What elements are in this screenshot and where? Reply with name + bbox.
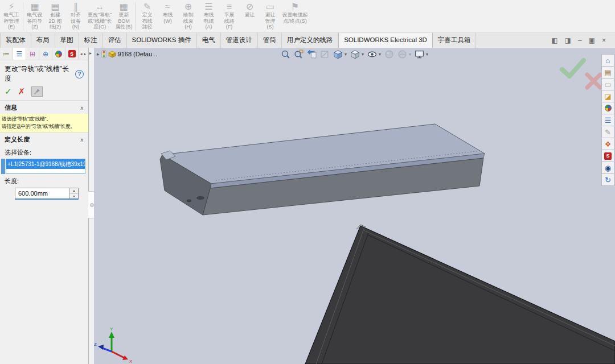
panel-flyout-arrow-icon[interactable]: ▸: [89, 51, 92, 56]
ribbon-button-define-routing-path[interactable]: ✎定义布线路径: [137, 1, 157, 32]
hide-show-items-icon[interactable]: [367, 49, 377, 59]
dimxpert-manager-tab[interactable]: ⊕: [39, 48, 52, 60]
length-input[interactable]: 600.00mm: [15, 188, 69, 198]
stepper-down-icon[interactable]: ▼: [70, 194, 78, 199]
apply-scene-icon[interactable]: [397, 49, 407, 59]
ribbon-button-avoid[interactable]: ⊘避让: [239, 1, 260, 32]
minimize-icon[interactable]: –: [578, 37, 582, 44]
tab-装配体[interactable]: 装配体: [0, 33, 31, 48]
section-view-icon[interactable]: [320, 49, 330, 59]
task-pane-community-button[interactable]: ❖: [601, 138, 614, 150]
ribbon-button-flatten-route[interactable]: ≡平展线路(F): [219, 1, 239, 32]
ribbon-button-align-components[interactable]: ∥对齐设备(N): [65, 1, 86, 32]
task-pane-electrical-manager-button[interactable]: S: [601, 150, 614, 162]
pin-button[interactable]: [31, 86, 43, 97]
electrical-manager-tab[interactable]: S: [65, 48, 79, 60]
display-manager-tab[interactable]: [52, 48, 65, 60]
tab-布局[interactable]: 布局: [31, 33, 55, 48]
close-icon[interactable]: ×: [602, 37, 606, 44]
info-section-header[interactable]: 信息 ∧: [0, 101, 88, 114]
dropdown-caret-icon[interactable]: ▾: [362, 52, 364, 57]
define-length-section-header[interactable]: 定义长度 ∧: [0, 133, 88, 146]
task-pane-globe-button[interactable]: ◉: [601, 162, 614, 174]
model-canvas[interactable]: Y X Z: [94, 48, 615, 364]
ribbon-button-avoid-manager[interactable]: ▭避让管理(S): [260, 1, 280, 32]
cable-tray-model[interactable]: [160, 124, 485, 215]
task-pane-refresh-button[interactable]: ↻: [601, 173, 614, 186]
confirm-cancel-icon[interactable]: [587, 75, 600, 88]
assembly-icon: [108, 51, 116, 58]
stepper-up-icon[interactable]: ▲: [70, 188, 78, 194]
task-pane-file-explorer-button[interactable]: ▭: [601, 78, 614, 90]
tab-评估[interactable]: 评估: [103, 33, 127, 48]
feature-manager-tab[interactable]: ≔: [0, 48, 13, 60]
task-pane-hand-tool-button[interactable]: ✎: [601, 126, 614, 138]
task-pane-custom-properties-button[interactable]: ☰: [601, 114, 614, 126]
pane-toggle-left-icon[interactable]: ◧: [551, 37, 557, 44]
selected-device-item[interactable]: +L1|25731-1@9168/线槽39x19-: [6, 159, 85, 169]
display-style-icon[interactable]: [350, 49, 360, 59]
change-rail-duct-length-icon: ↔: [95, 2, 104, 12]
task-pane-home-button[interactable]: ⌂: [601, 54, 614, 67]
task-pane-view-palette-button[interactable]: ◪: [601, 90, 614, 102]
tab-标注[interactable]: 标注: [79, 33, 103, 48]
ribbon-button-label: 线路: [224, 18, 234, 24]
flatten-route-icon: ≡: [227, 2, 232, 12]
create-2d-drawing-icon: ▤: [51, 2, 59, 12]
view-orientation-icon[interactable]: [333, 49, 343, 59]
refresh-icon: ↻: [605, 176, 611, 184]
collapse-chevron-icon: ∧: [80, 137, 84, 143]
tab-管筒[interactable]: 管筒: [258, 33, 282, 48]
tab-SOLIDWORKS 插件[interactable]: SOLIDWORKS 插件: [127, 33, 197, 48]
ribbon-button-set-cable-endpoints[interactable]: ⚑设置电缆起点/终点(S): [280, 1, 309, 32]
triad-y-label: Y: [110, 326, 113, 332]
zoom-fit-icon[interactable]: [281, 49, 290, 59]
task-pane-appearances-scenes-button[interactable]: [601, 102, 614, 114]
property-manager-tab[interactable]: ☰: [13, 48, 26, 60]
tree-root-label[interactable]: 9168 (Defau...: [118, 51, 158, 57]
edit-appearance-icon[interactable]: [384, 49, 394, 59]
tab-草图[interactable]: 草图: [55, 33, 79, 48]
ribbon-button-route-cables[interactable]: ☰布线电缆(A): [198, 1, 219, 32]
flyout-feature-tree[interactable]: ▸ 9168 (Defau...: [97, 50, 157, 58]
pane-toggle-right-icon[interactable]: ◨: [565, 37, 571, 44]
graphics-viewport[interactable]: Y X Z ▸ 9168 (Defau...: [94, 48, 615, 364]
ribbon-button-create-2d-drawing[interactable]: ▤创建2D 图纸(2): [45, 1, 65, 32]
cancel-button[interactable]: ✗: [18, 86, 26, 97]
configuration-manager-tab[interactable]: ⊞: [26, 48, 39, 60]
ribbon-button-draw-harness[interactable]: ⊕绘制线束(H): [178, 1, 198, 32]
tab-SOLIDWORKS Electrical 3D[interactable]: SOLIDWORKS Electrical 3D: [338, 33, 433, 48]
ribbon-button-route-wires[interactable]: ≈布线(W): [157, 1, 178, 32]
electrical-project-manager-icon: ⚡: [8, 2, 14, 12]
tray-hole: [187, 200, 191, 202]
help-icon[interactable]: ?: [75, 70, 84, 78]
dropdown-caret-icon[interactable]: ▾: [379, 52, 381, 57]
tab-管道设计[interactable]: 管道设计: [221, 33, 258, 48]
tab-宇喜工具箱[interactable]: 宇喜工具箱: [433, 33, 477, 48]
zoom-area-icon[interactable]: [294, 49, 304, 59]
view-settings-icon[interactable]: [415, 49, 424, 59]
tab-电气[interactable]: 电气: [197, 33, 221, 48]
ribbon-button-electrical-component-wizard[interactable]: ▦电气设备向导(Z): [24, 1, 45, 32]
ribbon-button-update-bom-properties[interactable]: ▦更新BOM属性(B): [113, 1, 134, 32]
dropdown-caret-icon[interactable]: ▾: [409, 52, 411, 57]
tree-expand-icon[interactable]: ▸: [97, 51, 100, 57]
activation-bar[interactable]: [1, 159, 5, 174]
device-selection-list[interactable]: +L1|25731-1@9168/线槽39x19-: [6, 159, 85, 174]
cabinet-panel-model[interactable]: [305, 225, 615, 364]
ribbon-group-divider: [135, 2, 136, 31]
previous-view-icon[interactable]: [307, 49, 317, 59]
tab-用户定义的线路[interactable]: 用户定义的线路: [282, 33, 339, 48]
dropdown-caret-icon[interactable]: ▾: [345, 52, 347, 57]
restore-icon[interactable]: ▣: [589, 37, 595, 44]
ok-button[interactable]: ✓: [5, 86, 12, 97]
tabs-container: 装配体布局草图标注评估SOLIDWORKS 插件电气管道设计管筒用户定义的线路S…: [0, 33, 476, 48]
confirm-ok-icon[interactable]: [562, 60, 584, 76]
ribbon-button-electrical-project-manager[interactable]: ⚡电气工程管理(E): [1, 1, 22, 32]
scroll-right-icon[interactable]: ▸: [84, 52, 87, 56]
define-routing-path-icon: ✎: [144, 2, 151, 12]
ribbon-button-change-rail-duct-length[interactable]: ↔更改"导轨"或"线槽"长度(G): [86, 1, 113, 32]
scroll-left-icon[interactable]: ◂: [80, 52, 83, 56]
task-pane-design-library-button[interactable]: ▤: [601, 66, 614, 78]
dropdown-caret-icon[interactable]: ▾: [426, 52, 428, 57]
